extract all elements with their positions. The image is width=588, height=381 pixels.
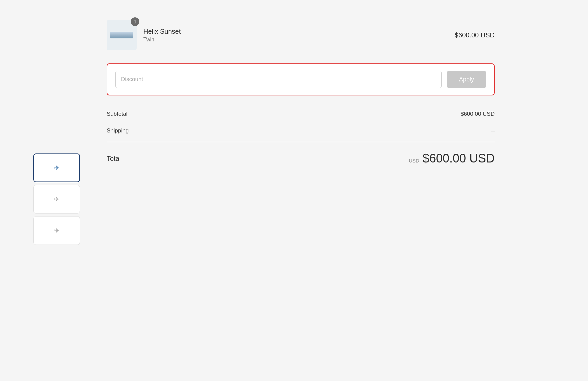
airplane-icon-1: ✈ [54, 195, 60, 203]
grand-total-currency: USD [409, 158, 419, 163]
product-thumbnail-image [110, 32, 133, 38]
airplane-icon-active: ✈ [54, 164, 60, 172]
grand-total-row: Total USD $600.00 USD [107, 145, 495, 172]
product-info: Helix Sunset Twin [143, 28, 181, 43]
grand-total-label: Total [107, 155, 121, 162]
product-price: $600.00 USD [455, 31, 495, 39]
right-panel [521, 0, 588, 381]
shipping-value: – [491, 127, 495, 134]
left-sidebar: ✈ ✈ ✈ [0, 0, 80, 381]
product-left: 1 Helix Sunset Twin [107, 20, 181, 50]
shipping-label: Shipping [107, 127, 129, 134]
subtotal-value: $600.00 USD [461, 111, 495, 117]
subtotal-row: Subtotal $600.00 USD [107, 106, 495, 122]
sidebar-card-inactive-1[interactable]: ✈ [33, 185, 80, 214]
sidebar-card-inactive-2[interactable]: ✈ [33, 216, 80, 245]
totals-section: Subtotal $600.00 USD Shipping – Total US… [107, 106, 495, 172]
main-content: 1 Helix Sunset Twin $600.00 USD Apply Su… [80, 0, 521, 381]
grand-total-amount: $600.00 USD [423, 151, 495, 165]
product-badge: 1 [131, 17, 139, 26]
product-thumbnail-wrapper: 1 [107, 20, 137, 50]
airplane-icon-2: ✈ [54, 227, 60, 235]
discount-input[interactable] [115, 71, 442, 88]
sidebar-card-active[interactable]: ✈ [33, 153, 80, 182]
apply-button[interactable]: Apply [447, 71, 486, 88]
grand-total-value: USD $600.00 USD [409, 151, 495, 165]
product-variant: Twin [143, 37, 181, 43]
shipping-row: Shipping – [107, 122, 495, 139]
discount-section: Apply [107, 63, 495, 95]
product-item: 1 Helix Sunset Twin $600.00 USD [107, 20, 495, 50]
total-divider [107, 142, 495, 142]
subtotal-label: Subtotal [107, 111, 127, 117]
product-name: Helix Sunset [143, 28, 181, 35]
